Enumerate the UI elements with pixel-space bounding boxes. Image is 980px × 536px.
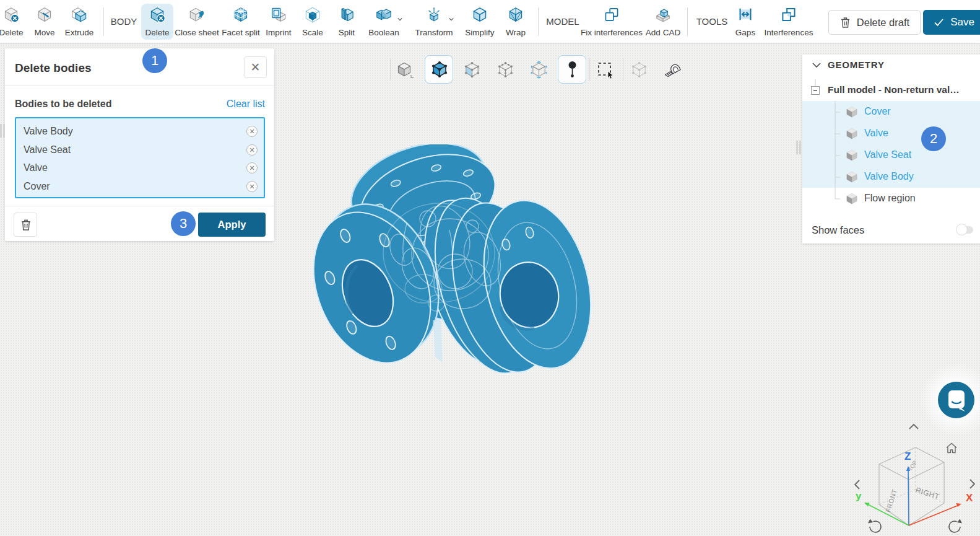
svg-text:RIGHT: RIGHT xyxy=(914,486,940,501)
svg-text:X: X xyxy=(966,492,973,504)
svg-text:Z: Z xyxy=(904,450,911,462)
svg-text:y: y xyxy=(856,490,862,502)
svg-text:FRONT: FRONT xyxy=(884,488,898,514)
